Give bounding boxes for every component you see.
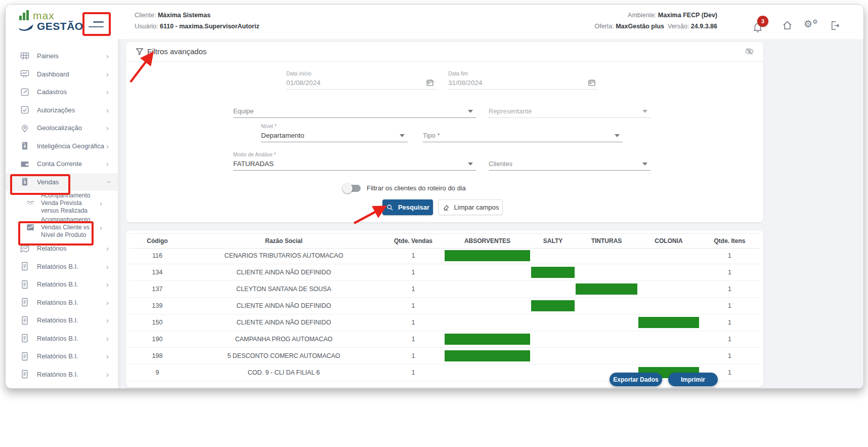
notification-badge: 3 bbox=[757, 16, 768, 27]
sidebar-item-geolocalizacao[interactable]: Geolocalização › bbox=[6, 119, 118, 137]
chevron-right-icon: › bbox=[106, 334, 118, 343]
environment-info: Ambiente: Maxima FECP (Dev) Oferta: MaxG… bbox=[594, 12, 717, 34]
sales-bar bbox=[531, 267, 575, 278]
table-row[interactable]: 198 5 DESCONTO COMERC AUTOMACAO 1 1 bbox=[129, 348, 760, 364]
document-icon bbox=[20, 369, 30, 379]
version-label: Versão: bbox=[668, 23, 689, 30]
chevron-right-icon: › bbox=[106, 88, 118, 96]
table-row[interactable]: 139 CLIENTE AINDA NÃO DEFINIDO 1 1 bbox=[129, 298, 760, 314]
chevron-down-icon: › bbox=[105, 181, 114, 183]
checkbox-icon bbox=[20, 105, 30, 115]
chevron-right-icon: › bbox=[106, 124, 118, 132]
settings-button[interactable]: ⚙⚙ bbox=[804, 18, 818, 30]
panels-icon bbox=[20, 51, 30, 61]
analysis-mode-select[interactable]: Modo de Análise * FATURADAS bbox=[233, 151, 476, 171]
sidebar-item-relatorios-bi-4[interactable]: Relatórios B.I. › bbox=[6, 311, 118, 330]
sidebar-item-conta-corrente[interactable]: Conta Corrente › bbox=[6, 155, 118, 173]
eye-off-icon bbox=[745, 47, 754, 56]
dropdown-arrow-icon bbox=[468, 162, 473, 166]
sales-bar bbox=[445, 350, 530, 361]
user-value: 6110 - maxima.SupervisorAutoriz bbox=[160, 23, 259, 30]
sidebar-item-relatorios-bi-7[interactable]: Relatórios B.I. › bbox=[6, 365, 118, 384]
hamburger-icon bbox=[93, 21, 104, 23]
sidebar-item-dashboard[interactable]: Dashboard › bbox=[6, 65, 118, 84]
sales-bar bbox=[576, 283, 637, 295]
sidebar-subitem-vendas-cliente-vs-nivel-produto[interactable]: Acompanhamento Vendas Cliente vs Nível d… bbox=[6, 215, 118, 239]
app-logo: max GESTÃO bbox=[19, 10, 83, 31]
print-button[interactable]: Imprimir bbox=[668, 373, 718, 386]
sales-bar bbox=[445, 250, 530, 261]
version-value: 24.9.3.86 bbox=[691, 23, 717, 30]
table-row[interactable]: 190 CAMPANHA PROG AUTOMACAO 1 1 bbox=[129, 331, 760, 348]
dropdown-arrow-icon bbox=[615, 134, 620, 137]
document-dollar-icon bbox=[20, 141, 30, 151]
clear-fields-button[interactable]: Limpar campos bbox=[438, 199, 503, 215]
dropdown-arrow-icon bbox=[468, 110, 473, 113]
sidebar-item-relatorios-bi-3[interactable]: Relatórios B.I. › bbox=[6, 294, 118, 312]
table-row[interactable]: 116 CENARIOS TRIBUTARIOS AUTOMACAO 1 1 bbox=[129, 248, 760, 264]
chevron-right-icon: › bbox=[106, 262, 118, 271]
export-data-button[interactable]: Exportar Dados bbox=[610, 373, 662, 386]
level-select[interactable]: Nível * Departamento bbox=[261, 123, 408, 142]
sidebar-subitem-venda-prevista-vs-realizada[interactable]: Acompanhamento Venda Prevista versus Rea… bbox=[6, 191, 118, 215]
column-header-qtde-itens: Qtde. Itens bbox=[700, 237, 760, 245]
sidebar-item-vendas[interactable]: Vendas › bbox=[6, 173, 118, 191]
sales-bar bbox=[445, 334, 530, 345]
dropdown-arrow-icon bbox=[642, 162, 647, 166]
logo-text-gestao: GESTÃO bbox=[37, 21, 83, 31]
user-label: Usuário: bbox=[135, 23, 158, 30]
search-button[interactable]: Pesquisar bbox=[382, 199, 433, 215]
sidebar-item-paineis[interactable]: Paineis › bbox=[6, 47, 118, 65]
environment-label: Ambiente: bbox=[628, 12, 656, 19]
sidebar-item-autorizacoes[interactable]: Autorizações › bbox=[6, 101, 118, 119]
home-icon bbox=[782, 20, 793, 31]
dropdown-arrow-icon bbox=[400, 134, 405, 137]
table-row[interactable]: 9 COD. 9 - CLI DA FILIAL 6 1 1 bbox=[129, 364, 760, 381]
sidebar-item-inteligencia-geografica[interactable]: Inteligência Geográfica › bbox=[6, 137, 118, 155]
chevron-right-icon: › bbox=[106, 106, 118, 114]
line-chart-icon bbox=[26, 223, 35, 232]
calendar-icon[interactable] bbox=[425, 78, 435, 87]
chevron-right-icon: › bbox=[106, 280, 118, 289]
hamburger-menu-button[interactable] bbox=[85, 18, 106, 31]
team-select[interactable]: Equipe bbox=[233, 102, 476, 118]
chevron-right-icon: › bbox=[106, 298, 118, 307]
type-select[interactable]: Tipo * bbox=[423, 126, 623, 142]
representative-select[interactable]: Representante bbox=[489, 102, 650, 118]
logo-bars-icon bbox=[19, 10, 30, 21]
date-end-field[interactable]: Data fim 31/08/2024 bbox=[448, 70, 597, 90]
chevron-right-icon: › bbox=[100, 199, 111, 208]
route-clients-toggle[interactable] bbox=[343, 185, 361, 192]
chevron-right-icon: › bbox=[106, 142, 118, 150]
sidebar-item-relatorios[interactable]: Relatórios › bbox=[6, 239, 118, 258]
document-icon bbox=[20, 333, 30, 343]
document-icon bbox=[20, 351, 30, 361]
logo-hand-icon bbox=[19, 23, 34, 31]
sidebar-item-relatorios-bi-2[interactable]: Relatórios B.I. › bbox=[6, 275, 118, 294]
clients-select[interactable]: Clientes bbox=[489, 154, 650, 171]
date-start-field[interactable]: Data início 01/08/2024 bbox=[286, 70, 436, 90]
wallet-icon bbox=[20, 159, 30, 169]
report-map-icon bbox=[20, 243, 30, 254]
hide-filters-button[interactable] bbox=[745, 47, 754, 58]
sidebar: Paineis › Dashboard › Cadastros › Autori… bbox=[6, 39, 118, 388]
dashboard-icon bbox=[20, 69, 30, 79]
toggle-label: Filtrar os clientes do roteiro do dia bbox=[367, 184, 466, 192]
sidebar-item-relatorios-bi-1[interactable]: Relatórios B.I. › bbox=[6, 258, 118, 276]
sidebar-item-relatorios-bi-5[interactable]: Relatórios B.I. › bbox=[6, 330, 118, 348]
logout-button[interactable] bbox=[829, 20, 841, 33]
sidebar-item-cadastros[interactable]: Cadastros › bbox=[6, 83, 118, 101]
table-row[interactable]: 134 CLIENTE AINDA NÃO DEFINIDO 1 1 bbox=[129, 264, 760, 281]
table-row[interactable]: 137 CLEYTON SANTANA DE SOUSA 1 1 bbox=[129, 281, 760, 298]
home-button[interactable] bbox=[782, 20, 793, 33]
notifications-button[interactable]: 3 bbox=[752, 18, 773, 36]
table-row[interactable]: 150 CLIENTE AINDA NÃO DEFINIDO 1 1 bbox=[129, 314, 760, 331]
app-window: max GESTÃO Cliente: Máxima Sistemas Usuá… bbox=[5, 4, 864, 389]
chevron-right-icon: › bbox=[106, 70, 118, 78]
offer-label: Oferta: bbox=[594, 23, 614, 30]
column-header-razao-social: Razão Social bbox=[185, 237, 382, 245]
environment-value: Maxima FECP (Dev) bbox=[658, 12, 717, 19]
calendar-icon[interactable] bbox=[587, 78, 596, 87]
sidebar-item-relatorios-bi-6[interactable]: Relatórios B.I. › bbox=[6, 347, 118, 365]
client-value: Máxima Sistemas bbox=[158, 12, 210, 19]
